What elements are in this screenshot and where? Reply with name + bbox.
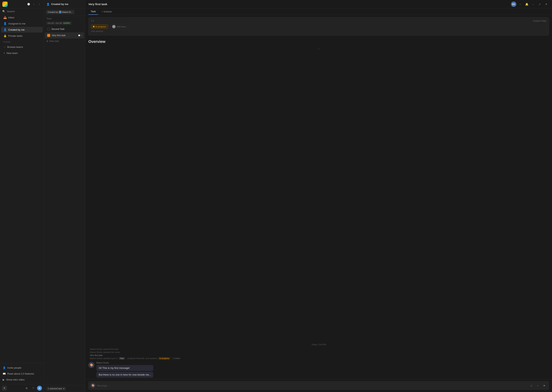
user-avatar[interactable]: M [37, 386, 42, 391]
tasks-section-header: Tasks [44, 16, 85, 21]
new-team-icon: + [3, 51, 5, 55]
search-button[interactable]: 🔍 Search [0, 8, 44, 14]
task-list-title: Created by me [51, 3, 68, 6]
sidebar-item-browse-teams[interactable]: ··· Browse teams [1, 44, 43, 50]
task-comment-badge: 💬 2 [78, 35, 82, 36]
sidebar-item-created[interactable]: 👤 Created by me [1, 27, 43, 33]
task-list-footer: 1 selected task ▾ [44, 385, 85, 392]
expand-icon[interactable]: ⤢ [537, 1, 542, 7]
avatar-emoji: 🎨 [90, 364, 93, 367]
created-by-filter[interactable]: Created by 👤 Baked St... [46, 10, 74, 14]
status-badge[interactable]: In progress [91, 25, 108, 29]
activity-updated-name: Baked Studio updated the name [88, 351, 549, 354]
filter-user-label: Baked St... [62, 11, 73, 13]
add-task-label: New task [50, 40, 59, 42]
video-icon: ▶ [3, 378, 5, 381]
tab-task[interactable]: Task [88, 8, 98, 15]
add-team-label: Add team... [117, 25, 127, 28]
history-icon[interactable]: 🕐 [26, 2, 31, 7]
sidebar-item-inbox[interactable]: 📥 Inbox [1, 14, 43, 20]
activity-middle: , assigned themself, and updated [126, 357, 157, 359]
task-meta-row: In progress + Add team... [91, 24, 546, 29]
add-team-button[interactable]: + Add team... [110, 24, 130, 29]
add-task-button[interactable]: ⊕ New task [44, 39, 85, 44]
message-input-area: 🎨 ☺ + ➤ [85, 379, 552, 392]
emoji-button[interactable]: ☺ [529, 383, 534, 388]
sidebar-item-label: Inbox [8, 16, 14, 19]
header-actions: BS ↑ 🔔 ··· ⤢ ✕ [511, 1, 549, 7]
filter-label: Created by [48, 11, 58, 13]
message-input[interactable] [97, 384, 527, 387]
sidebar-item-new-team[interactable]: + New team [1, 50, 43, 56]
task-item-second[interactable]: Second Task [45, 26, 84, 32]
close-icon[interactable]: ✕ [544, 1, 549, 7]
nav-forward-icon[interactable]: › [37, 2, 42, 7]
new-item-button[interactable]: + [2, 386, 7, 391]
activity-prefix: Baked Studio updated type to [90, 357, 117, 359]
video-label: Show intro video [6, 378, 25, 381]
activity-type-update: Baked Studio updated type to Task , assi… [88, 357, 549, 360]
sidebar-item-label: New team [7, 52, 18, 55]
task-checkbox-second[interactable] [47, 28, 50, 30]
chat-sender-avatar: 🎨 [88, 362, 94, 368]
activity-name-value: Very first task [88, 354, 549, 357]
task-meta-top: T-2 Created Today [91, 20, 546, 22]
inbox-icon: 📥 [3, 16, 7, 19]
share-icon[interactable]: ↑ [517, 1, 523, 7]
lock-icon: 🔒 [3, 34, 7, 37]
more-options-icon[interactable]: ··· [530, 1, 536, 7]
invite-people-button[interactable]: 👤 Invite people [0, 365, 44, 371]
nav-back-icon[interactable]: ‹ [32, 2, 36, 7]
date-range-section: Oct 20 - Oct 26 current [44, 21, 85, 26]
sidebar-header: 🕐 ‹ › [0, 0, 44, 8]
settings-icon[interactable]: ⚙ [24, 385, 29, 391]
date-range-badge[interactable]: Oct 20 - Oct 26 current [46, 21, 72, 25]
send-button[interactable]: ➤ [542, 383, 547, 388]
read-icon: 📖 [3, 372, 6, 375]
task-created-label: Created Today [533, 20, 546, 22]
sidebar-bottom: 👤 Invite people 📖 Read about 2.0 feature… [0, 363, 44, 384]
attach-button[interactable]: + [535, 383, 540, 388]
add-attribute-button[interactable]: Add attribute [91, 29, 546, 33]
activity-tag-status: In progress [158, 357, 170, 360]
task-name-first: Very first task [52, 34, 76, 37]
sidebar-item-assigned[interactable]: 👤 Assigned to me [1, 21, 43, 26]
subtask-label: + Subtask [102, 10, 112, 13]
activity-opened: Baked Studio opened this task [88, 348, 549, 351]
tab-subtask[interactable]: + Subtask [99, 9, 114, 14]
add-attribute-label: Add attribute [91, 30, 103, 32]
chat-collapse-button[interactable]: ⌄ [88, 45, 549, 52]
sidebar: 🕐 ‹ › 🔍 Search 📥 Inbox 👤 Assigned to me … [0, 0, 44, 392]
sidebar-item-label: Created by me [8, 28, 25, 31]
overview-section: Overview [85, 38, 552, 45]
task-detail-title: Very first task [88, 2, 509, 6]
invite-icon: 👤 [3, 366, 6, 369]
notification-icon[interactable]: 🔔 [524, 1, 529, 7]
app-logo[interactable] [2, 1, 8, 7]
section-label: Tasks [46, 17, 52, 20]
created-icon: 👤 [3, 28, 7, 31]
selected-label: 1 selected task [48, 387, 62, 390]
chat-area[interactable]: ⌄ Today, 3:04 PM Baked Studio opened thi… [85, 45, 552, 379]
invite-label: Invite people [7, 366, 22, 369]
show-video-button[interactable]: ▶ Show intro video [0, 377, 44, 383]
overview-title: Overview [88, 39, 549, 44]
task-name-second: Second Task [51, 28, 82, 30]
selected-task-badge[interactable]: 1 selected task ▾ [46, 387, 66, 391]
activity-text: Baked Studio opened this task [90, 348, 118, 350]
task-list-header-icon: 👤 [46, 3, 50, 6]
read-label: Read about 2.0 features [7, 372, 34, 375]
sidebar-item-label: Private tasks [8, 35, 22, 37]
message-input-container: 🎨 ☺ + ➤ [88, 381, 549, 390]
sidebar-item-private[interactable]: 🔒 Private tasks [1, 33, 43, 39]
task-item-first[interactable]: → Very first task 💬 2 [45, 32, 84, 38]
task-tabs: Task + Subtask [85, 8, 552, 15]
add-team-avatar: + [112, 25, 116, 28]
help-icon[interactable]: ? [30, 385, 36, 391]
read-features-button[interactable]: 📖 Read about 2.0 features [0, 371, 44, 377]
message-sender-avatar: 🎨 [90, 383, 95, 388]
task-id: T-2 [91, 20, 94, 22]
filter-bar: Created by 👤 Baked St... [44, 8, 85, 16]
task-assignee-avatar[interactable]: BS [511, 1, 516, 7]
main-content: Very first task BS ↑ 🔔 ··· ⤢ ✕ Task + Su… [85, 0, 552, 392]
